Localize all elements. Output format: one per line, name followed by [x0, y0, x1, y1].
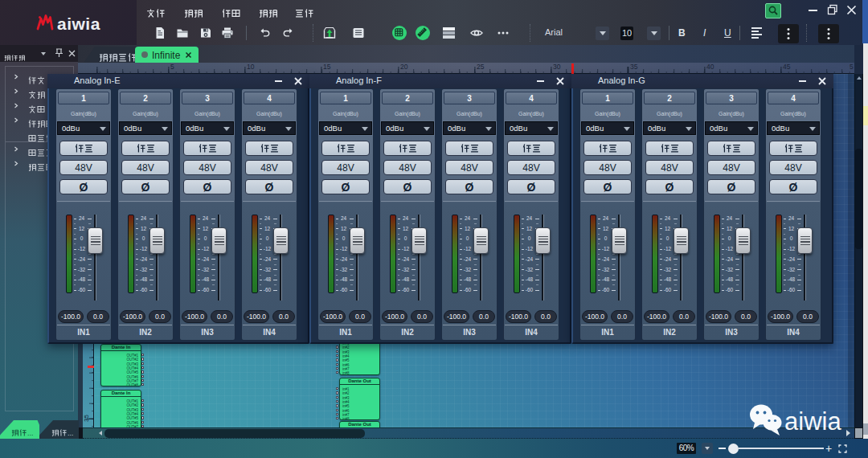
svg-text:...: ... [27, 429, 33, 436]
svg-text:...: ... [68, 429, 73, 436]
svg-text:aiwia: aiwia [784, 407, 841, 436]
